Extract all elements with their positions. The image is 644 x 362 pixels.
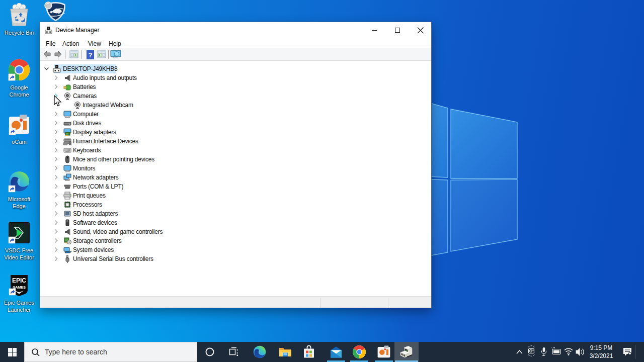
svg-text:EPIC: EPIC <box>12 277 26 284</box>
svg-text:?: ? <box>89 51 93 59</box>
